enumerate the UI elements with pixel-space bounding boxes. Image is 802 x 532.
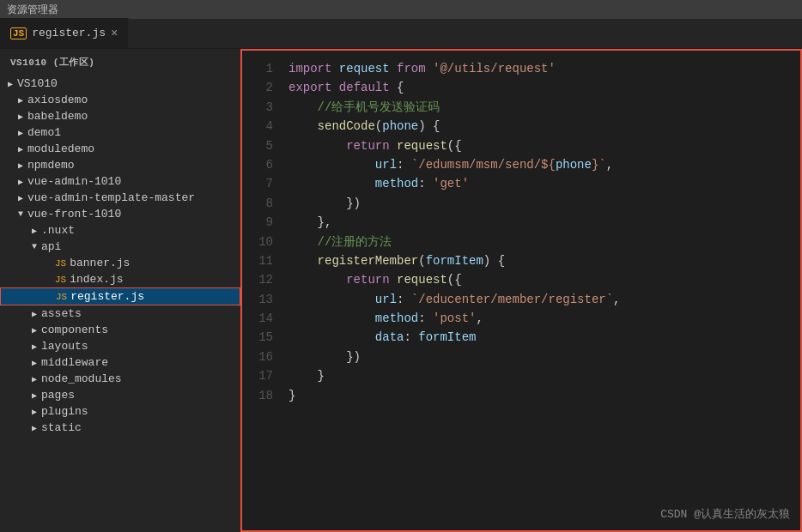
sidebar: VS1010 (工作区) ▶ VS1010 ▶ axiosdemo ▶ babe… bbox=[0, 49, 240, 532]
sidebar-item-plugins[interactable]: ▶ plugins bbox=[0, 403, 240, 420]
sidebar-item-demo1[interactable]: ▶ demo1 bbox=[0, 124, 240, 141]
arrow-icon: ▶ bbox=[14, 112, 27, 122]
title-label: 资源管理器 bbox=[7, 3, 58, 17]
arrow-icon: ▶ bbox=[27, 309, 41, 319]
sidebar-item-vue-front-1010[interactable]: ▼ vue-front-1010 bbox=[0, 206, 240, 222]
sidebar-item-vue-admin-template-master[interactable]: ▶ vue-admin-template-master bbox=[0, 190, 240, 206]
arrow-icon: ▶ bbox=[14, 144, 27, 154]
js-icon: JS bbox=[55, 275, 66, 285]
title-bar: 资源管理器 bbox=[0, 0, 802, 19]
arrow-icon: ▶ bbox=[27, 226, 41, 236]
arrow-icon: ▶ bbox=[3, 79, 17, 89]
arrow-icon: ▶ bbox=[14, 95, 27, 106]
sidebar-item-nuxt[interactable]: ▶ .nuxt bbox=[0, 222, 240, 239]
tab-filename: register.js bbox=[32, 27, 106, 39]
arrow-icon: ▶ bbox=[27, 325, 41, 336]
watermark: CSDN @认真生活的灰太狼 bbox=[660, 506, 790, 522]
sidebar-item-node-modules[interactable]: ▶ node_modules bbox=[0, 371, 240, 387]
sidebar-item-vue-admin-1010[interactable]: ▶ vue-admin-1010 bbox=[0, 173, 240, 190]
js-file-icon: JS bbox=[10, 27, 27, 39]
arrow-icon: ▶ bbox=[27, 358, 41, 368]
arrow-icon: ▼ bbox=[27, 242, 41, 251]
arrow-icon: ▼ bbox=[14, 209, 27, 219]
sidebar-item-register-js[interactable]: JS register.js bbox=[0, 287, 240, 305]
js-icon: JS bbox=[55, 258, 66, 269]
sidebar-item-components[interactable]: ▶ components bbox=[0, 322, 240, 338]
sidebar-item-pages[interactable]: ▶ pages bbox=[0, 387, 240, 403]
js-icon: JS bbox=[56, 292, 67, 302]
sidebar-item-assets[interactable]: ▶ assets bbox=[0, 305, 240, 322]
tab-close-icon[interactable]: × bbox=[111, 27, 118, 40]
arrow-icon: ▶ bbox=[27, 423, 41, 433]
sidebar-item-banner-js[interactable]: JS banner.js bbox=[0, 255, 240, 271]
sidebar-item-axiosdemo[interactable]: ▶ axiosdemo bbox=[0, 92, 240, 108]
tab-bar: JS register.js × bbox=[0, 19, 802, 49]
sidebar-item-layouts[interactable]: ▶ layouts bbox=[0, 338, 240, 354]
arrow-icon: ▶ bbox=[27, 390, 41, 401]
tab-register-js[interactable]: JS register.js × bbox=[0, 18, 129, 48]
sidebar-item-static[interactable]: ▶ static bbox=[0, 420, 240, 436]
sidebar-item-middleware[interactable]: ▶ middleware bbox=[0, 354, 240, 371]
main-area: VS1010 (工作区) ▶ VS1010 ▶ axiosdemo ▶ babe… bbox=[0, 49, 802, 532]
arrow-icon: ▶ bbox=[14, 160, 27, 171]
sidebar-item-vs1010[interactable]: ▶ VS1010 bbox=[0, 76, 240, 92]
sidebar-item-babeldemo[interactable]: ▶ babeldemo bbox=[0, 108, 240, 124]
editor-area[interactable]: 1 2 3 4 5 6 7 8 9 10 11 12 13 14 15 16 1… bbox=[240, 49, 802, 532]
arrow-icon: ▶ bbox=[27, 374, 41, 384]
arrow-icon: ▶ bbox=[27, 407, 41, 417]
sidebar-section-title: VS1010 (工作区) bbox=[0, 49, 240, 76]
arrow-icon: ▶ bbox=[14, 128, 27, 138]
arrow-icon: ▶ bbox=[14, 177, 27, 187]
code-editor[interactable]: import request from '@/utils/request' ex… bbox=[280, 51, 800, 530]
sidebar-item-index-js[interactable]: JS index.js bbox=[0, 271, 240, 287]
sidebar-item-npmdemo[interactable]: ▶ npmdemo bbox=[0, 157, 240, 173]
arrow-icon: ▶ bbox=[14, 193, 27, 203]
sidebar-item-moduledemo[interactable]: ▶ moduledemo bbox=[0, 141, 240, 157]
sidebar-item-api[interactable]: ▼ api bbox=[0, 239, 240, 255]
arrow-icon: ▶ bbox=[27, 342, 41, 352]
line-numbers: 1 2 3 4 5 6 7 8 9 10 11 12 13 14 15 16 1… bbox=[242, 51, 280, 530]
editor-content[interactable]: 1 2 3 4 5 6 7 8 9 10 11 12 13 14 15 16 1… bbox=[242, 51, 800, 530]
